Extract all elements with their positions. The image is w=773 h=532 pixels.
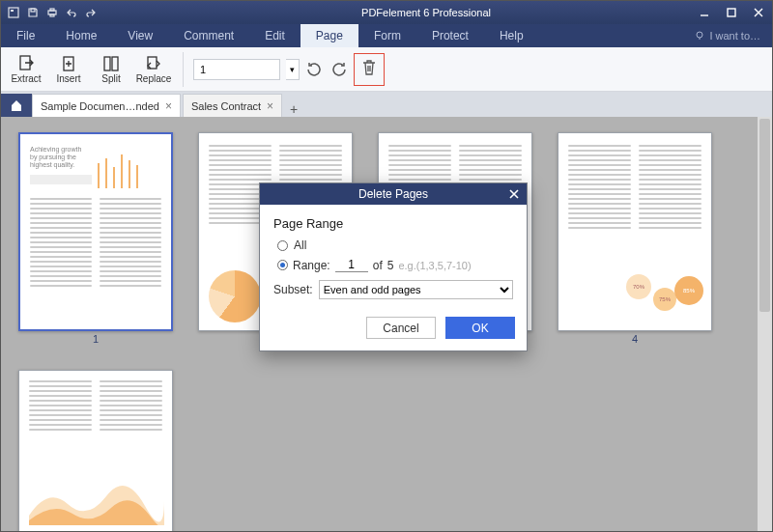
menu-home[interactable]: Home [50,24,112,47]
window-controls [691,1,772,24]
svg-rect-4 [50,14,54,16]
svg-rect-9 [104,57,110,70]
dialog-title: Delete Pages [358,187,428,201]
page-thumb-1-number: 1 [93,333,99,345]
menu-help[interactable]: Help [484,24,539,47]
range-hint: e.g.(1,3,5,7-10) [398,260,471,271]
svg-point-6 [697,32,702,38]
split-button[interactable]: Split [92,48,130,91]
page-thumb-4-number: 4 [632,333,638,345]
menu-file[interactable]: File [1,24,50,47]
dialog-section-label: Page Range [273,216,513,231]
save-icon[interactable] [26,6,40,19]
i-want-to-label: I want to… [709,30,760,42]
svg-rect-1 [31,9,35,12]
close-button[interactable] [745,1,772,24]
i-want-to[interactable]: I want to… [694,30,772,42]
new-tab-button[interactable]: + [284,101,303,117]
page-number-control: ▾ [193,59,300,80]
extract-button[interactable]: Extract [7,48,45,91]
scrollbar-thumb[interactable] [759,119,770,312]
home-tab-icon[interactable] [1,94,32,117]
menu-edit[interactable]: Edit [249,24,301,47]
app-icon [7,6,20,19]
doc-tab-2-close[interactable]: × [267,99,273,113]
replace-button[interactable]: Replace [134,48,173,91]
print-icon[interactable] [45,6,59,19]
menu-comment[interactable]: Comment [168,24,249,47]
vertical-scrollbar[interactable] [758,117,772,531]
svg-rect-0 [9,8,18,17]
ok-button[interactable]: OK [445,317,515,339]
app-title: PDFelement 6 Professional [103,7,691,18]
split-label: Split [101,73,120,84]
svg-rect-3 [50,9,54,11]
doc-tab-1-label: Sample Documen…nded [41,100,159,112]
range-of-label: of [373,259,383,272]
trash-icon [360,58,378,77]
radio-all-row[interactable]: All [277,238,513,252]
svg-rect-2 [48,11,56,14]
radio-range-label: Range: [293,259,330,272]
radio-all[interactable] [277,240,288,251]
svg-rect-10 [112,57,118,70]
range-total-label: 5 [387,259,394,272]
radio-range[interactable] [277,260,288,270]
cancel-button[interactable]: Cancel [366,317,436,339]
redo-icon[interactable] [84,6,98,19]
page-thumb-5[interactable] [18,370,173,531]
extract-label: Extract [11,73,41,84]
range-from-input[interactable] [335,258,368,272]
menu-form[interactable]: Form [358,24,416,47]
rotate-ccw-button[interactable] [303,59,325,80]
svg-rect-5 [728,9,735,16]
minimize-button[interactable] [691,1,718,24]
menubar: File Home View Comment Edit Page Form Pr… [1,24,772,47]
page-number-input[interactable] [193,59,280,80]
maximize-button[interactable] [718,1,745,24]
radio-range-row[interactable]: Range: of 5 e.g.(1,3,5,7-10) [277,258,513,272]
ribbon: Extract Insert Split Replace ▾ [1,47,772,92]
page-thumb-1[interactable]: Achieving growth by pursuing the highest… [18,132,173,345]
menu-view[interactable]: View [112,24,168,47]
subset-select[interactable]: Even and odd pages [319,280,513,299]
doc-tab-1-close[interactable]: × [165,99,172,113]
quick-access-toolbar [1,6,103,19]
dialog-close-button[interactable] [505,185,523,203]
rotate-cw-button[interactable] [329,59,350,80]
subset-label: Subset: [273,283,313,296]
menu-page[interactable]: Page [301,24,358,47]
doc-tab-1[interactable]: Sample Documen…nded × [32,94,181,117]
doc-tab-2[interactable]: Sales Contract × [183,94,282,117]
delete-page-button[interactable] [354,53,385,86]
doc-tab-2-label: Sales Contract [191,100,261,112]
insert-button[interactable]: Insert [49,48,88,91]
replace-label: Replace [136,73,172,84]
titlebar: PDFelement 6 Professional [1,1,772,24]
insert-label: Insert [56,73,80,84]
undo-icon[interactable] [65,6,78,19]
document-tabs: Sample Documen…nded × Sales Contract × + [1,92,772,117]
delete-pages-dialog: Delete Pages Page Range All Range: of 5 … [259,182,528,351]
page-thumb-4[interactable]: 70% 75% 85% 4 [558,132,712,345]
dialog-titlebar[interactable]: Delete Pages [260,183,527,205]
menu-protect[interactable]: Protect [416,24,484,47]
radio-all-label: All [294,238,306,252]
page-number-dropdown[interactable]: ▾ [286,59,300,80]
